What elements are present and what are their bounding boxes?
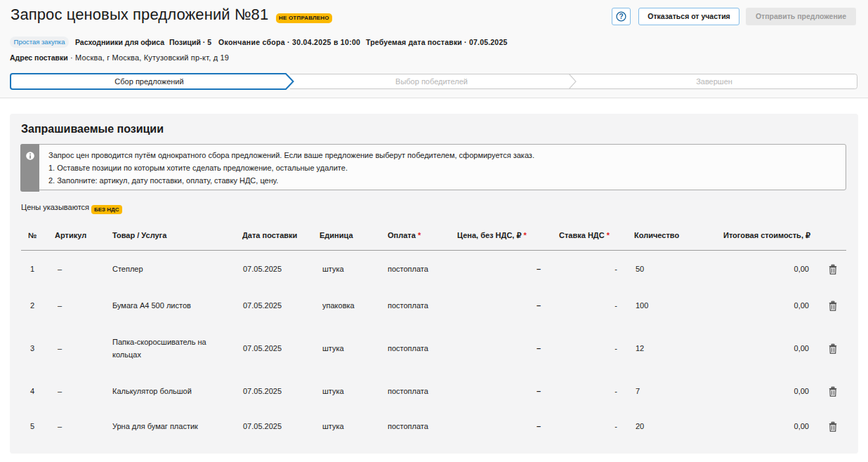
svg-text:?: ? [619, 13, 623, 20]
